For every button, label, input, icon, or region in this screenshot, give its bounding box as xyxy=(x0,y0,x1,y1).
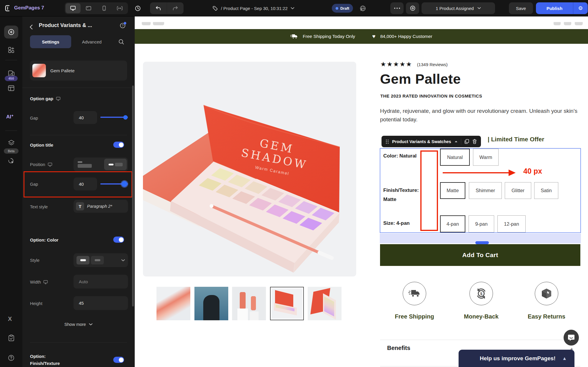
width-input[interactable] xyxy=(74,275,128,289)
credits-badge: 450 xyxy=(5,76,18,81)
chat-widget-button[interactable] xyxy=(564,330,579,346)
option-title-gap-input[interactable] xyxy=(74,177,97,190)
variant-option-matte[interactable]: Matte xyxy=(440,182,465,199)
publish-settings-button[interactable]: ⚙ xyxy=(573,2,588,14)
text-style-label: Text style xyxy=(30,205,48,209)
device-tablet-button[interactable] xyxy=(81,3,96,13)
assigned-product-item[interactable]: Gem Pallete xyxy=(30,61,127,81)
text-style-selector[interactable]: T Paragraph 2* xyxy=(74,200,128,213)
beta-badge: Beta xyxy=(4,148,19,154)
variant-option-shimmer[interactable]: Shimmer xyxy=(469,182,502,199)
app-logo-text: GemPages 7 xyxy=(14,5,44,11)
variant-option-4pan[interactable]: 4-pan xyxy=(440,215,465,232)
ellipsis-icon xyxy=(394,8,400,9)
option-color-toggle[interactable] xyxy=(113,237,124,243)
pedestal-2 xyxy=(250,311,259,320)
more-options-button[interactable] xyxy=(390,2,404,14)
click-target-icon xyxy=(8,157,15,165)
product-assigned-dropdown[interactable]: 1 Product Assigned xyxy=(422,2,495,14)
feature-shipping-circle xyxy=(403,282,426,305)
plus-circle-icon xyxy=(8,29,15,36)
gap-slider[interactable] xyxy=(100,117,128,118)
save-button[interactable]: Save xyxy=(509,2,533,14)
option-title-toggle[interactable] xyxy=(113,142,124,148)
thumbnail-2[interactable] xyxy=(194,287,228,320)
divider xyxy=(30,135,127,135)
history-icon[interactable] xyxy=(135,5,141,11)
panel-scrollbar[interactable] xyxy=(132,86,134,306)
redo-button[interactable] xyxy=(167,2,184,14)
benefits-accordion[interactable]: Benefits xyxy=(387,345,410,351)
interactions-button[interactable] xyxy=(4,155,18,167)
product-main-image[interactable]: GEM SHADOW Warm Caramel xyxy=(143,62,356,276)
option-finish-toggle[interactable] xyxy=(113,357,124,363)
panel-help-icon[interactable]: ? xyxy=(119,22,126,29)
device-responsive-button[interactable] xyxy=(112,3,127,13)
templates-button[interactable] xyxy=(4,82,18,95)
toast-message: Help us improve GemPages! xyxy=(480,355,556,362)
variant-option-natural[interactable]: Natural xyxy=(440,149,470,166)
position-inline-option[interactable] xyxy=(104,159,127,170)
help-button[interactable] xyxy=(4,351,18,364)
ai-assistant-button[interactable]: AI✦ xyxy=(6,114,14,120)
add-to-cart-button[interactable]: Add To Cart xyxy=(380,244,580,266)
spacing-drag-handle[interactable] xyxy=(475,241,489,244)
style-dropdown[interactable] xyxy=(74,253,128,267)
announcement-bar: Free Shipping Today Only ♥ 84,000+ Happy… xyxy=(135,29,588,44)
option-title-gap-label: Gap xyxy=(30,182,38,187)
variant-option-9pan[interactable]: 9-pan xyxy=(469,215,494,232)
gempages-logo-icon xyxy=(4,5,11,12)
device-mobile-button[interactable] xyxy=(97,3,112,13)
show-more-button[interactable]: Show more xyxy=(22,322,135,327)
option-title-gap-slider[interactable] xyxy=(100,183,128,185)
variant-option-glitter[interactable]: Glitter xyxy=(505,182,531,199)
sections-library-button[interactable] xyxy=(4,43,18,56)
variant-option-warm[interactable]: Warm xyxy=(473,149,499,166)
toast-arrow-icon[interactable]: ▲ xyxy=(562,356,567,361)
variant-option-12pan[interactable]: 12-pan xyxy=(497,215,526,232)
gap-slider-knob[interactable] xyxy=(123,115,128,120)
model-silhouette xyxy=(203,295,219,320)
thumbnail-5[interactable] xyxy=(308,287,342,320)
left-icon-rail: 450 AI✦ Beta X xyxy=(0,16,22,367)
breadcrumb[interactable]: / Product Page - Sep 30, 10:31:22 xyxy=(212,0,294,16)
feature-returns-circle xyxy=(535,282,558,305)
tab-advanced[interactable]: Advanced xyxy=(71,35,112,48)
delete-icon[interactable] xyxy=(472,139,477,144)
tube-1 xyxy=(240,292,246,309)
drag-handle-icon[interactable] xyxy=(386,139,389,144)
preview-button[interactable] xyxy=(406,2,419,14)
text-style-value: Paragraph 2* xyxy=(87,204,112,209)
thumbnail-1[interactable] xyxy=(156,287,190,320)
search-icon[interactable] xyxy=(118,39,124,45)
layers-icon xyxy=(8,140,15,146)
gap-input[interactable] xyxy=(74,111,97,124)
rating-row: ★★★★★ (1349 Reviews) xyxy=(380,61,448,68)
publish-button[interactable]: Publish xyxy=(536,2,573,14)
x-social-button[interactable]: X xyxy=(8,316,12,322)
duplicate-icon[interactable] xyxy=(464,139,469,144)
thumbnail-4-selected[interactable] xyxy=(270,287,304,320)
globe-publish-icon[interactable] xyxy=(359,5,366,12)
option-title-gap-slider-knob[interactable] xyxy=(121,181,127,187)
layout-icon xyxy=(8,85,15,91)
thumbnail-3[interactable] xyxy=(232,287,266,320)
variant-option-satin[interactable]: Satin xyxy=(534,182,558,199)
variant-color-label: Color: Natural xyxy=(383,153,417,159)
layers-button[interactable] xyxy=(4,136,18,149)
tab-settings[interactable]: Settings xyxy=(30,35,71,48)
page-top-partial-element xyxy=(554,22,561,25)
back-button[interactable] xyxy=(29,24,33,30)
chevron-up-icon[interactable] xyxy=(454,140,458,143)
position-above-option[interactable] xyxy=(75,159,103,170)
feedback-toast[interactable]: Help us improve GemPages! ▲ xyxy=(459,350,574,367)
checklist-button[interactable] xyxy=(4,331,18,344)
selected-element-label[interactable]: Product Variants & Swatches xyxy=(392,139,451,144)
element-settings-panel: Product Variants & ... ? Settings Advanc… xyxy=(22,16,135,367)
add-element-button[interactable] xyxy=(4,26,18,38)
desktop-only-icon xyxy=(48,162,52,167)
undo-button[interactable] xyxy=(150,2,167,14)
height-input[interactable] xyxy=(74,296,128,310)
limited-offer-text: | Limited Time Offer xyxy=(488,136,544,143)
device-desktop-button[interactable] xyxy=(66,3,81,13)
